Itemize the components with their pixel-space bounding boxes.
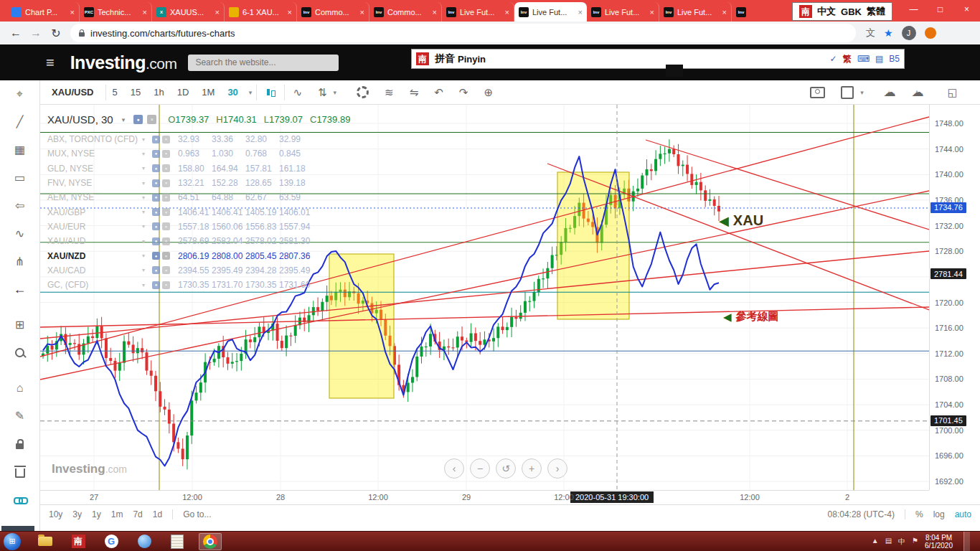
row-visibility-icon[interactable]: ● [152, 281, 160, 289]
settings-button[interactable] [349, 86, 377, 98]
browser-tab[interactable]: Inv [732, 2, 759, 22]
translate-icon[interactable]: 文 [866, 27, 875, 39]
site-search-input[interactable] [188, 55, 339, 71]
interval-button-1M[interactable]: 1M [195, 87, 221, 98]
measure-tool[interactable]: ⊞ [0, 316, 40, 334]
browser-tab[interactable]: 6-1 XAU...× [225, 2, 297, 22]
chrome-app[interactable] [199, 533, 222, 550]
close-button[interactable]: × [953, 0, 980, 19]
tab-close-icon[interactable]: × [722, 8, 727, 17]
candlestick-style-button[interactable] [257, 87, 284, 98]
watchlist-row[interactable]: GC, (CFD)▾●×1730.351731.701730.351731.60 [47, 278, 313, 292]
reset-zoom-button[interactable]: ↺ [496, 458, 516, 479]
reference-callout[interactable]: ◀參考線圖 [723, 310, 779, 324]
tab-close-icon[interactable]: × [650, 8, 654, 17]
forecast-tool[interactable]: ⋔ [0, 253, 40, 270]
url-omnibox[interactable]: investing.com/charts/futures-charts [70, 24, 856, 42]
row-close-icon[interactable]: × [162, 281, 170, 289]
row-visibility-icon[interactable]: ● [152, 208, 160, 216]
chart-plot-area[interactable]: XAU/USD, 30 ▾ ● × O1739.37H1740.31L1739.… [40, 105, 929, 490]
fullscreen-button[interactable]: ◱ [940, 86, 966, 99]
range-button-10y[interactable]: 10y [49, 509, 62, 519]
row-dropdown-icon[interactable]: ▾ [142, 267, 152, 273]
forward-button[interactable]: → [26, 27, 46, 39]
shapes-tool[interactable]: ▭ [0, 169, 40, 187]
indicators-button[interactable]: ≋ [377, 86, 402, 99]
auto-scale-button[interactable]: auto [955, 509, 971, 519]
snapshot-camera-icon[interactable] [810, 87, 825, 98]
row-visibility-icon[interactable]: ● [152, 179, 160, 187]
zoom-out-button[interactable]: − [470, 458, 490, 479]
tab-close-icon[interactable]: × [143, 8, 147, 17]
ime-tool-icon[interactable]: ▤ [875, 54, 883, 64]
watchlist-row[interactable]: AEM, NYSE▾●×64.5164.8862.6763.59 [47, 190, 313, 204]
clock-label[interactable]: 08:04:28 (UTC-4) [828, 509, 895, 519]
log-scale-button[interactable]: log [933, 509, 945, 519]
scroll-left-button[interactable]: ‹ [444, 458, 464, 479]
show-desktop-button[interactable] [963, 532, 970, 551]
legend-dropdown-icon[interactable]: ▾ [118, 116, 130, 123]
goto-button[interactable]: Go to... [183, 509, 211, 519]
browser-menu-update-icon[interactable] [925, 27, 936, 39]
interval-button-15[interactable]: 15 [124, 87, 147, 98]
undo-button[interactable]: ↶ [426, 86, 451, 99]
watchlist-row[interactable]: XAU/NZD▾●×2806.192808.002805.452807.36 [47, 248, 313, 263]
row-close-icon[interactable]: × [162, 150, 170, 158]
row-dropdown-icon[interactable]: ▾ [142, 151, 152, 157]
ime-tool-icon[interactable]: 繁 [843, 53, 852, 65]
back-button[interactable]: ← [6, 27, 26, 39]
range-button-7d[interactable]: 7d [133, 509, 142, 519]
maximize-button[interactable]: □ [927, 0, 953, 19]
interval-button-1h[interactable]: 1h [147, 87, 170, 98]
cursor-tool[interactable]: ⌖ [0, 85, 40, 103]
browser-tab[interactable]: InvCommo...× [297, 2, 369, 22]
interval-button-5[interactable]: 5 [106, 87, 124, 98]
delete-tool[interactable] [0, 463, 40, 481]
layout-select-button[interactable]: ▾ [841, 86, 868, 99]
legend-close-icon[interactable]: × [147, 115, 156, 124]
browser-tab[interactable]: InvLive Fut...× [514, 2, 587, 22]
row-close-icon[interactable]: × [162, 194, 170, 202]
row-visibility-icon[interactable]: ● [152, 136, 160, 143]
interval-button-1D[interactable]: 1D [171, 87, 196, 98]
browser-app[interactable] [133, 533, 156, 550]
redo-button[interactable]: ↷ [451, 86, 476, 99]
row-close-icon[interactable]: × [162, 222, 170, 230]
watchlist-row[interactable]: FNV, NYSE▾●×132.21152.28128.65139.18 [47, 176, 313, 190]
tab-close-icon[interactable]: × [288, 8, 292, 17]
tab-close-icon[interactable]: × [360, 8, 364, 17]
interval-dropdown-icon[interactable]: ▾ [245, 89, 257, 96]
time-axis[interactable]: 2020-05-31 19:30:00 2712:002812:002912:0… [40, 490, 929, 504]
row-close-icon[interactable]: × [162, 136, 170, 143]
row-visibility-icon[interactable]: ● [152, 252, 160, 260]
row-close-icon[interactable]: × [162, 237, 170, 245]
watchlist-row[interactable]: XAU/EUR▾●×1557.181560.061556.831557.94 [47, 220, 313, 234]
browser-tab[interactable]: InvLive Fut...× [659, 2, 732, 22]
row-close-icon[interactable]: × [162, 252, 170, 260]
compare-button[interactable]: ⇅▾ [310, 86, 349, 99]
gann-fib-tool[interactable]: ▦ [0, 141, 40, 159]
google-app[interactable]: G [100, 533, 123, 550]
tab-close-icon[interactable]: × [505, 8, 509, 17]
watchlist-row[interactable]: GLD, NYSE▾●×158.80164.94157.81161.18 [47, 161, 313, 176]
explorer-app[interactable] [34, 533, 57, 550]
row-dropdown-icon[interactable]: ▾ [142, 209, 152, 215]
xau-callout[interactable]: ◀XAU [719, 212, 763, 229]
profile-avatar[interactable]: J [902, 26, 916, 40]
site-menu-icon[interactable]: ≡ [46, 55, 55, 71]
row-close-icon[interactable]: × [162, 266, 170, 274]
reload-button[interactable]: ↻ [46, 27, 66, 40]
bookmark-star-icon[interactable]: ★ [884, 27, 893, 39]
ime-tool-icon[interactable]: ✓ [830, 54, 837, 64]
cloud-load-button[interactable]: ☁↓ [884, 85, 896, 100]
row-visibility-icon[interactable]: ● [152, 150, 160, 158]
percent-scale-button[interactable]: % [915, 509, 923, 519]
watchlist-row[interactable]: MUX, NYSE▾●×0.9631.0300.7680.845 [47, 146, 313, 161]
ime-app[interactable]: 南 [67, 533, 90, 550]
back-arrow-tool[interactable]: ← [0, 281, 40, 298]
row-close-icon[interactable]: × [162, 164, 170, 172]
row-visibility-icon[interactable]: ● [152, 237, 160, 245]
tab-close-icon[interactable]: × [215, 8, 220, 17]
tab-close-icon[interactable]: × [578, 8, 583, 17]
range-button-1d[interactable]: 1d [153, 509, 162, 519]
